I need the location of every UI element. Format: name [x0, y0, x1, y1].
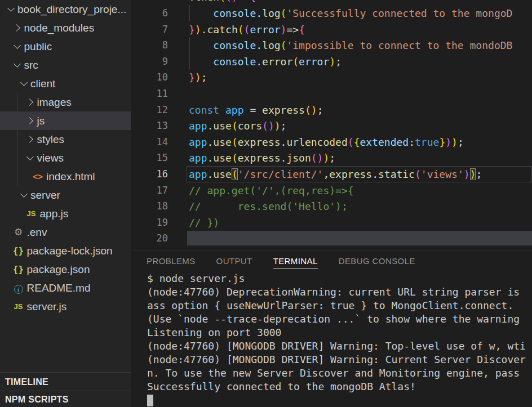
bracket-match-highlight: ): [470, 168, 476, 180]
tree-item-server[interactable]: server: [0, 186, 131, 204]
line-number: 8: [131, 37, 168, 53]
code-text: const app = express();: [189, 102, 323, 118]
chevron-down-icon: [26, 153, 34, 160]
tree-item-readme-md[interactable]: iREADME.md: [0, 279, 131, 297]
code-line-19: 19// }): [131, 214, 532, 231]
line-number: 7: [131, 21, 168, 38]
tree-item-node-modules[interactable]: node_modules: [0, 19, 131, 37]
npm-scripts-section-label: NPM SCRIPTS: [5, 395, 69, 405]
code-text: app.use(express.urlencoded({extended:tru…: [189, 134, 464, 150]
code-text: console.log('impossible to connect to th…: [189, 37, 512, 53]
bottom-panel: PROBLEMSOUTPUTTERMINALDEBUG CONSOLE $ no…: [131, 250, 532, 407]
folder-twisty: [25, 100, 36, 105]
tree-item-index-html[interactable]: <>index.html: [0, 167, 131, 186]
tree-item-package-json[interactable]: {}package.json: [0, 260, 131, 279]
tree-item-views[interactable]: views: [0, 149, 131, 167]
chevron-down-icon: [7, 5, 15, 12]
tree-item-book-directory-proje-[interactable]: book_directory_proje...: [0, 0, 131, 19]
tree-item-label: js: [37, 115, 45, 127]
tree-item-client[interactable]: client: [0, 74, 131, 93]
vscode-window: { "sidebar": { "items": [ {"label":"book…: [0, 0, 532, 407]
chevron-down-icon: [14, 42, 21, 49]
terminal-output[interactable]: $ node server.js(node:47760) Deprecation…: [147, 272, 532, 407]
code-text: app.use(express.json());: [189, 150, 335, 166]
tree-item-app-js[interactable]: JSapp.js: [0, 204, 131, 223]
tree-item-images[interactable]: images: [0, 93, 131, 111]
code-text: app.use(cors());: [189, 118, 286, 134]
tree-item-src[interactable]: src: [0, 56, 131, 74]
line-number: 13: [131, 118, 168, 134]
panel-tab-debug-console[interactable]: DEBUG CONSOLE: [339, 256, 415, 269]
code-editor[interactable]: 5.then(()=>{6 console.log('Successfully …: [131, 0, 532, 250]
tree-item-label: book_directory_proje...: [17, 3, 126, 16]
tree-item-styles[interactable]: styles: [0, 130, 131, 149]
folder-twisty: [25, 156, 36, 159]
tree-item-label: src: [24, 59, 38, 71]
code-line-20: 20: [131, 230, 532, 247]
line-number: 20: [131, 230, 168, 247]
info-markdown-icon-wrap: i: [12, 282, 25, 294]
code-text: console.log('Successfully connected to t…: [189, 5, 512, 21]
timeline-section-header[interactable]: TIMELINE: [0, 372, 131, 391]
code-line-16: 16app.use('/src/client/',express.static(…: [131, 166, 532, 182]
code-text: .then(()=>{: [189, 0, 256, 5]
line-number: 6: [131, 5, 168, 21]
tree-item-label: index.html: [46, 171, 95, 183]
gear-settings-icon: ⚙: [12, 226, 25, 238]
code-line-18: 18// res.send('Hello');: [131, 198, 532, 214]
folder-twisty: [6, 8, 16, 11]
panel-tab-terminal[interactable]: TERMINAL: [273, 256, 318, 269]
file-tree: book_directory_proje...node_modulespubli…: [0, 0, 131, 316]
code-line-12: 12const app = express();: [131, 102, 532, 118]
panel-tab-output[interactable]: OUTPUT: [216, 256, 252, 269]
line-number: 11: [131, 86, 168, 102]
tree-item-label: .env: [27, 226, 47, 239]
terminal-line: (node:47760) [MONGODB DRIVER] Warning: C…: [147, 353, 532, 366]
json-file-icon: {}: [12, 245, 25, 256]
terminal-line: Successfully connected to the mongoDB At…: [147, 380, 532, 393]
code-line-7: 7}).catch((error)=>{: [131, 21, 532, 38]
code-line-15: 15app.use(express.json());: [131, 150, 532, 166]
tree-item-label: images: [37, 96, 72, 109]
code-text: }).catch((error)=>{: [189, 21, 305, 38]
tree-item-label: server: [30, 189, 60, 202]
terminal-line: (node:47760) [MONGODB DRIVER] Warning: T…: [147, 339, 532, 353]
tree-item-label: app.js: [40, 208, 69, 220]
npm-scripts-section-header[interactable]: NPM SCRIPTS: [0, 391, 131, 407]
code-text: app.use('/src/client/',express.static('v…: [189, 166, 482, 182]
code-text: // }): [189, 214, 219, 231]
tree-item-label: client: [30, 78, 55, 90]
line-number: 15: [131, 150, 168, 166]
line-number: 17: [131, 182, 168, 199]
tree-item-label: server.js: [27, 301, 67, 313]
tree-item-label: styles: [37, 133, 65, 146]
chevron-down-icon: [14, 60, 21, 68]
terminal-line: $ node server.js: [147, 272, 532, 285]
tree-item-server-js[interactable]: JSserver.js: [0, 297, 131, 316]
tree-item-package-lock-json[interactable]: {}package-lock.json: [0, 241, 131, 260]
chevron-down-icon: [20, 79, 28, 86]
tree-item-label: README.md: [27, 282, 91, 294]
code-line-9: 9 console.error(error);: [131, 53, 532, 70]
tree-item-label: views: [37, 152, 64, 164]
folder-twisty: [25, 137, 36, 142]
tree-item-public[interactable]: public: [0, 37, 131, 56]
tree-item-js[interactable]: js: [0, 111, 131, 130]
code-line-10: 10});: [131, 69, 532, 86]
code-line-14: 14app.use(express.urlencoded({extended:t…: [131, 134, 532, 150]
code-line-8: 8 console.log('impossible to connect to …: [131, 37, 532, 53]
line-number: 9: [131, 53, 168, 70]
terminal-cursor: [147, 395, 153, 406]
tree-item-label: package-lock.json: [27, 245, 113, 257]
code-line-6: 6 console.log('Successfully connected to…: [131, 5, 532, 21]
tree-item--env[interactable]: ⚙.env: [0, 223, 131, 241]
panel-tab-problems[interactable]: PROBLEMS: [147, 256, 196, 269]
line-number: 12: [131, 102, 168, 118]
tree-item-label: public: [24, 41, 52, 53]
bracket-match-highlight: (: [232, 168, 238, 180]
folder-twisty: [12, 25, 23, 30]
explorer-sidebar: book_directory_proje...node_modulespubli…: [0, 0, 131, 407]
folder-twisty: [25, 118, 36, 123]
chevron-down-icon: [20, 190, 28, 198]
folder-twisty: [12, 45, 23, 48]
